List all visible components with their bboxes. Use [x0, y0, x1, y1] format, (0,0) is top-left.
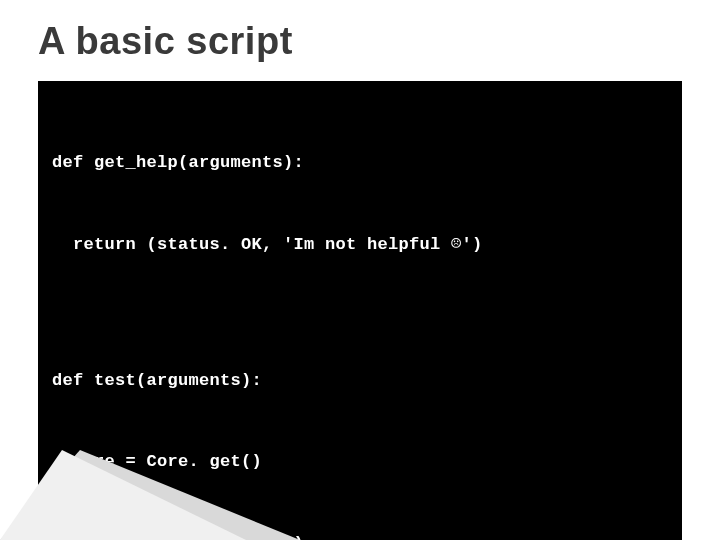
code-line: count = len(arguments) [52, 530, 668, 540]
code-line: def test(arguments): [52, 367, 668, 394]
page-title: A basic script [38, 20, 682, 63]
code-line: return (status. OK, 'Im not helpful ☹') [52, 231, 668, 258]
code-line: core = Core. get() [52, 448, 668, 475]
code-block: def get_help(arguments): return (status.… [38, 81, 682, 540]
slide: A basic script def get_help(arguments): … [0, 0, 720, 540]
code-line: def get_help(arguments): [52, 149, 668, 176]
